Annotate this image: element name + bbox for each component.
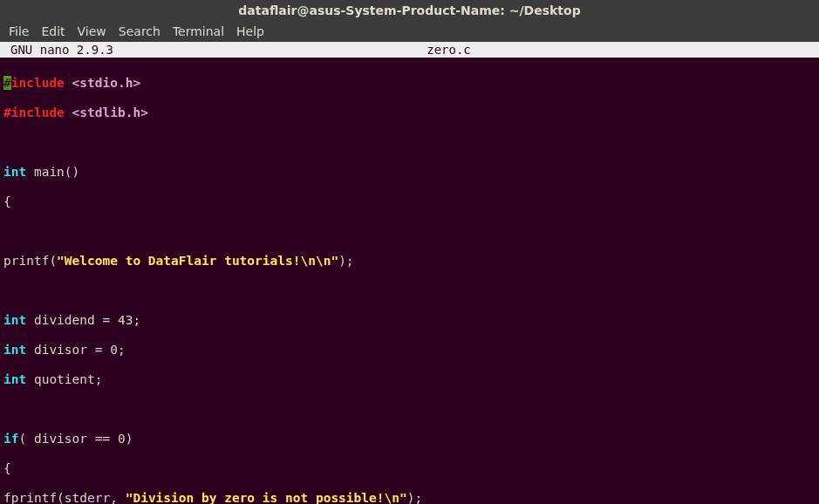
- window-titlebar: dataflair@asus-System-Product-Name: ~/De…: [0, 0, 819, 21]
- code-line: int divisor = 0;: [3, 343, 816, 358]
- menu-file[interactable]: File: [9, 21, 29, 42]
- nano-header: GNU nano 2.9.3 zero.c: [0, 42, 819, 58]
- code-line: {: [3, 461, 816, 476]
- menu-help[interactable]: Help: [236, 21, 264, 42]
- nano-version: GNU nano 2.9.3: [0, 42, 113, 58]
- code-line: [3, 402, 816, 417]
- code-line: [3, 135, 816, 150]
- code-line: int dividend = 43;: [3, 313, 816, 328]
- menu-edit[interactable]: Edit: [41, 21, 65, 42]
- menu-view[interactable]: View: [78, 21, 106, 42]
- nano-filename: zero.c: [427, 42, 506, 58]
- code-line: [3, 283, 816, 298]
- code-line: #include <stdlib.h>: [3, 106, 816, 120]
- menubar: File Edit View Search Terminal Help: [0, 21, 819, 42]
- code-line: #include <stdio.h>: [3, 76, 816, 91]
- code-line: if( divisor == 0): [3, 432, 816, 446]
- code-line: [3, 224, 816, 239]
- menu-terminal[interactable]: Terminal: [173, 21, 224, 42]
- code-line: fprintf(stderr, "Division by zero is not…: [3, 491, 816, 504]
- cursor: #: [3, 76, 11, 90]
- menu-search[interactable]: Search: [119, 21, 160, 42]
- code-line: {: [3, 194, 816, 209]
- code-line: int main(): [3, 165, 816, 180]
- editor-area[interactable]: #include <stdio.h> #include <stdlib.h> i…: [0, 58, 819, 504]
- code-line: int quotient;: [3, 372, 816, 387]
- code-line: printf("Welcome to DataFlair tutorials!\…: [3, 254, 816, 269]
- window-title: dataflair@asus-System-Product-Name: ~/De…: [238, 3, 580, 17]
